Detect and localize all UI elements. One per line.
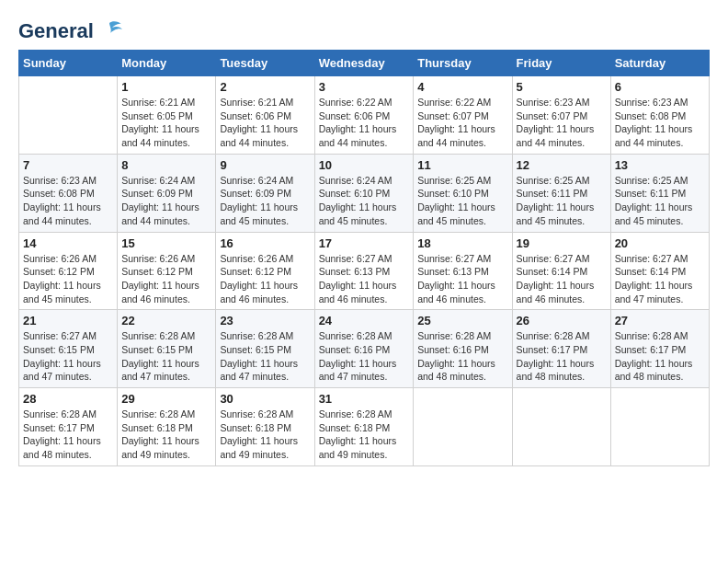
calendar-cell: 9Sunrise: 6:24 AM Sunset: 6:09 PM Daylig…: [216, 154, 314, 232]
day-info: Sunrise: 6:28 AM Sunset: 6:16 PM Dayligh…: [319, 329, 410, 384]
calendar-cell: [610, 388, 709, 466]
day-number: 19: [517, 236, 607, 250]
day-info: Sunrise: 6:23 AM Sunset: 6:07 PM Dayligh…: [517, 96, 607, 150]
calendar-cell: 1Sunrise: 6:21 AM Sunset: 6:05 PM Daylig…: [118, 76, 216, 155]
day-info: Sunrise: 6:28 AM Sunset: 6:15 PM Dayligh…: [121, 329, 211, 384]
calendar-cell: 22Sunrise: 6:28 AM Sunset: 6:15 PM Dayli…: [118, 310, 216, 388]
calendar-cell: 23Sunrise: 6:28 AM Sunset: 6:15 PM Dayli…: [216, 310, 314, 388]
day-number: 17: [319, 236, 410, 250]
calendar-cell: 27Sunrise: 6:28 AM Sunset: 6:17 PM Dayli…: [610, 310, 709, 388]
day-number: 24: [319, 314, 410, 327]
day-info: Sunrise: 6:27 AM Sunset: 6:14 PM Dayligh…: [615, 252, 705, 306]
calendar-cell: 31Sunrise: 6:28 AM Sunset: 6:18 PM Dayli…: [314, 388, 414, 466]
day-info: Sunrise: 6:28 AM Sunset: 6:18 PM Dayligh…: [220, 408, 310, 462]
day-info: Sunrise: 6:28 AM Sunset: 6:17 PM Dayligh…: [23, 408, 113, 462]
calendar-cell: [19, 76, 118, 155]
calendar-cell: 7Sunrise: 6:23 AM Sunset: 6:08 PM Daylig…: [19, 154, 118, 232]
day-number: 27: [615, 314, 705, 327]
day-number: 31: [319, 392, 410, 406]
day-header-friday: Friday: [512, 51, 610, 76]
week-row-1: 1Sunrise: 6:21 AM Sunset: 6:05 PM Daylig…: [19, 76, 710, 155]
day-header-sunday: Sunday: [19, 51, 118, 76]
day-info: Sunrise: 6:28 AM Sunset: 6:17 PM Dayligh…: [517, 329, 607, 384]
day-header-saturday: Saturday: [610, 51, 709, 76]
day-info: Sunrise: 6:26 AM Sunset: 6:12 PM Dayligh…: [220, 252, 310, 306]
week-row-5: 28Sunrise: 6:28 AM Sunset: 6:17 PM Dayli…: [19, 388, 710, 466]
day-number: 5: [517, 80, 607, 94]
calendar-cell: 21Sunrise: 6:27 AM Sunset: 6:15 PM Dayli…: [19, 310, 118, 388]
day-info: Sunrise: 6:25 AM Sunset: 6:10 PM Dayligh…: [417, 174, 507, 228]
day-number: 26: [517, 314, 607, 327]
day-number: 2: [220, 80, 310, 94]
calendar-cell: 5Sunrise: 6:23 AM Sunset: 6:07 PM Daylig…: [512, 76, 610, 155]
day-info: Sunrise: 6:23 AM Sunset: 6:08 PM Dayligh…: [23, 174, 113, 228]
day-info: Sunrise: 6:25 AM Sunset: 6:11 PM Dayligh…: [517, 174, 607, 228]
calendar-cell: 24Sunrise: 6:28 AM Sunset: 6:16 PM Dayli…: [314, 310, 414, 388]
calendar-cell: 30Sunrise: 6:28 AM Sunset: 6:18 PM Dayli…: [216, 388, 314, 466]
day-info: Sunrise: 6:21 AM Sunset: 6:05 PM Dayligh…: [121, 96, 211, 150]
day-info: Sunrise: 6:22 AM Sunset: 6:06 PM Dayligh…: [319, 96, 410, 150]
day-info: Sunrise: 6:26 AM Sunset: 6:12 PM Dayligh…: [121, 252, 211, 306]
day-info: Sunrise: 6:21 AM Sunset: 6:06 PM Dayligh…: [220, 96, 310, 150]
calendar-cell: 28Sunrise: 6:28 AM Sunset: 6:17 PM Dayli…: [19, 388, 118, 466]
day-info: Sunrise: 6:28 AM Sunset: 6:18 PM Dayligh…: [319, 408, 410, 462]
day-number: 16: [220, 236, 310, 250]
calendar-cell: [512, 388, 610, 466]
calendar-cell: 13Sunrise: 6:25 AM Sunset: 6:11 PM Dayli…: [610, 154, 709, 232]
page-header: General: [18, 18, 710, 40]
calendar-cell: 6Sunrise: 6:23 AM Sunset: 6:08 PM Daylig…: [610, 76, 709, 155]
calendar-header-row: SundayMondayTuesdayWednesdayThursdayFrid…: [19, 51, 710, 76]
logo: General: [18, 18, 123, 40]
day-info: Sunrise: 6:28 AM Sunset: 6:15 PM Dayligh…: [220, 329, 310, 384]
day-info: Sunrise: 6:28 AM Sunset: 6:18 PM Dayligh…: [121, 408, 211, 462]
calendar-cell: 16Sunrise: 6:26 AM Sunset: 6:12 PM Dayli…: [216, 232, 314, 310]
logo-text: General: [18, 19, 94, 43]
day-number: 3: [319, 80, 410, 94]
day-number: 4: [417, 80, 507, 94]
day-number: 13: [615, 158, 705, 172]
calendar-cell: 20Sunrise: 6:27 AM Sunset: 6:14 PM Dayli…: [610, 232, 709, 310]
calendar-cell: 15Sunrise: 6:26 AM Sunset: 6:12 PM Dayli…: [118, 232, 216, 310]
calendar-cell: 25Sunrise: 6:28 AM Sunset: 6:16 PM Dayli…: [414, 310, 512, 388]
day-number: 29: [121, 392, 211, 406]
day-number: 6: [615, 80, 705, 94]
day-number: 18: [417, 236, 507, 250]
day-info: Sunrise: 6:22 AM Sunset: 6:07 PM Dayligh…: [417, 96, 507, 150]
day-number: 22: [121, 314, 211, 327]
day-number: 10: [319, 158, 410, 172]
calendar-cell: 26Sunrise: 6:28 AM Sunset: 6:17 PM Dayli…: [512, 310, 610, 388]
day-number: 12: [517, 158, 607, 172]
week-row-3: 14Sunrise: 6:26 AM Sunset: 6:12 PM Dayli…: [19, 232, 710, 310]
day-info: Sunrise: 6:28 AM Sunset: 6:17 PM Dayligh…: [615, 329, 705, 384]
calendar-cell: 14Sunrise: 6:26 AM Sunset: 6:12 PM Dayli…: [19, 232, 118, 310]
day-number: 9: [220, 158, 310, 172]
week-row-2: 7Sunrise: 6:23 AM Sunset: 6:08 PM Daylig…: [19, 154, 710, 232]
day-info: Sunrise: 6:25 AM Sunset: 6:11 PM Dayligh…: [615, 174, 705, 228]
day-header-wednesday: Wednesday: [314, 51, 414, 76]
day-info: Sunrise: 6:28 AM Sunset: 6:16 PM Dayligh…: [417, 329, 507, 384]
day-info: Sunrise: 6:24 AM Sunset: 6:09 PM Dayligh…: [121, 174, 211, 228]
day-number: 15: [121, 236, 211, 250]
calendar-cell: 12Sunrise: 6:25 AM Sunset: 6:11 PM Dayli…: [512, 154, 610, 232]
day-header-thursday: Thursday: [414, 51, 512, 76]
day-info: Sunrise: 6:26 AM Sunset: 6:12 PM Dayligh…: [23, 252, 113, 306]
calendar-cell: 18Sunrise: 6:27 AM Sunset: 6:13 PM Dayli…: [414, 232, 512, 310]
day-info: Sunrise: 6:27 AM Sunset: 6:14 PM Dayligh…: [517, 252, 607, 306]
day-info: Sunrise: 6:24 AM Sunset: 6:09 PM Dayligh…: [220, 174, 310, 228]
day-number: 30: [220, 392, 310, 406]
day-number: 21: [23, 314, 113, 327]
day-number: 28: [23, 392, 113, 406]
calendar-table: SundayMondayTuesdayWednesdayThursdayFrid…: [18, 50, 710, 466]
calendar-cell: 4Sunrise: 6:22 AM Sunset: 6:07 PM Daylig…: [414, 76, 512, 155]
day-number: 11: [417, 158, 507, 172]
day-info: Sunrise: 6:27 AM Sunset: 6:13 PM Dayligh…: [319, 252, 410, 306]
day-header-tuesday: Tuesday: [216, 51, 314, 76]
calendar-cell: 8Sunrise: 6:24 AM Sunset: 6:09 PM Daylig…: [118, 154, 216, 232]
day-header-monday: Monday: [118, 51, 216, 76]
calendar-cell: 3Sunrise: 6:22 AM Sunset: 6:06 PM Daylig…: [314, 76, 414, 155]
day-number: 25: [417, 314, 507, 327]
week-row-4: 21Sunrise: 6:27 AM Sunset: 6:15 PM Dayli…: [19, 310, 710, 388]
calendar-cell: 11Sunrise: 6:25 AM Sunset: 6:10 PM Dayli…: [414, 154, 512, 232]
day-info: Sunrise: 6:27 AM Sunset: 6:15 PM Dayligh…: [23, 329, 113, 384]
calendar-cell: 29Sunrise: 6:28 AM Sunset: 6:18 PM Dayli…: [118, 388, 216, 466]
